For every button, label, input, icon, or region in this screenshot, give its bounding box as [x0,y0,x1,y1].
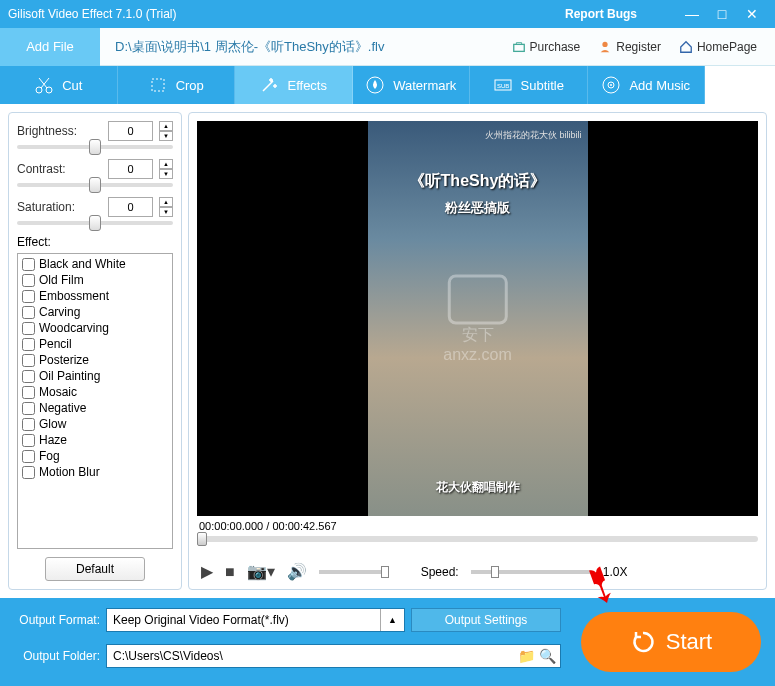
effect-item[interactable]: Black and White [20,256,170,272]
tabs-bar: Cut Crop Effects Watermark SUB Subtitle … [0,66,775,104]
effect-item[interactable]: Carving [20,304,170,320]
brightness-slider[interactable] [17,145,173,149]
titlebar: Gilisoft Video Effect 7.1.0 (Trial) Repo… [0,0,775,28]
stop-button[interactable]: ■ [225,563,235,581]
output-folder-input[interactable]: C:\Users\CS\Videos\ 📁 🔍 [106,644,561,668]
tab-effects[interactable]: Effects [235,66,353,104]
maximize-button[interactable]: □ [707,6,737,22]
effect-item[interactable]: Woodcarving [20,320,170,336]
effect-checkbox[interactable] [22,418,35,431]
effect-item[interactable]: Mosaic [20,384,170,400]
effects-panel: Brightness: ▲▼ Contrast: ▲▼ Saturation: … [8,112,182,590]
tab-subtitle[interactable]: SUB Subtitle [470,66,588,104]
effect-name: Pencil [39,337,72,351]
register-link[interactable]: Register [598,40,661,54]
output-format-select[interactable]: Keep Original Video Format(*.flv) ▲ [106,608,405,632]
effect-name: Fog [39,449,60,463]
effect-item[interactable]: Haze [20,432,170,448]
effect-checkbox[interactable] [22,290,35,303]
saturation-label: Saturation: [17,200,102,214]
dropdown-icon: ▲ [380,609,404,631]
effect-checkbox[interactable] [22,386,35,399]
music-icon [601,75,621,95]
contrast-up[interactable]: ▲ [159,159,173,169]
volume-slider[interactable] [319,570,389,574]
output-folder-label: Output Folder: [14,649,100,663]
volume-icon[interactable]: 🔊 [287,562,307,581]
watermark-overlay: 安下 anxz.com [443,274,511,363]
brightness-input[interactable] [108,121,153,141]
video-overlay-subtitle: 粉丝恶搞版 [368,199,588,217]
saturation-down[interactable]: ▼ [159,207,173,217]
svg-rect-4 [152,79,164,91]
add-file-button[interactable]: Add File [0,28,100,66]
effect-item[interactable]: Glow [20,416,170,432]
minimize-button[interactable]: — [677,6,707,22]
contrast-down[interactable]: ▼ [159,169,173,179]
effect-checkbox[interactable] [22,450,35,463]
tab-add-music[interactable]: Add Music [588,66,706,104]
effect-checkbox[interactable] [22,338,35,351]
homepage-link[interactable]: HomePage [679,40,757,54]
video-source-text: 火州指花的花大伙 bilibili [485,129,582,142]
video-preview: 火州指花的花大伙 bilibili 《听TheShy的话》 粉丝恶搞版 安下 a… [197,121,758,516]
contrast-slider[interactable] [17,183,173,187]
tab-empty [705,66,775,104]
effect-name: Woodcarving [39,321,109,335]
effect-item[interactable]: Oil Painting [20,368,170,384]
scissors-icon [34,75,54,95]
brightness-label: Brightness: [17,124,102,138]
purchase-link[interactable]: Purchase [512,40,581,54]
effect-name: Negative [39,401,86,415]
speed-label: Speed: [421,565,459,579]
close-button[interactable]: ✕ [737,6,767,22]
effect-item[interactable]: Negative [20,400,170,416]
crop-icon [148,75,168,95]
effect-name: Embossment [39,289,109,303]
saturation-input[interactable] [108,197,153,217]
effect-name: Old Film [39,273,84,287]
tab-cut[interactable]: Cut [0,66,118,104]
contrast-input[interactable] [108,159,153,179]
effect-list[interactable]: Black and WhiteOld FilmEmbossmentCarving… [17,253,173,549]
effect-checkbox[interactable] [22,258,35,271]
folder-icon[interactable]: 📁 [518,648,535,664]
effect-checkbox[interactable] [22,402,35,415]
video-overlay-credit: 花大伙翻唱制作 [368,479,588,496]
brightness-up[interactable]: ▲ [159,121,173,131]
effect-item[interactable]: Motion Blur [20,464,170,480]
search-icon[interactable]: 🔍 [539,648,556,664]
saturation-up[interactable]: ▲ [159,197,173,207]
effect-name: Posterize [39,353,89,367]
home-icon [679,40,693,54]
video-overlay-title: 《听TheShy的话》 [368,171,588,192]
brightness-down[interactable]: ▼ [159,131,173,141]
effect-item[interactable]: Posterize [20,352,170,368]
tab-crop[interactable]: Crop [118,66,236,104]
play-button[interactable]: ▶ [201,562,213,581]
tab-watermark[interactable]: Watermark [353,66,471,104]
effect-checkbox[interactable] [22,322,35,335]
output-settings-button[interactable]: Output Settings [411,608,561,632]
effect-checkbox[interactable] [22,370,35,383]
effect-checkbox[interactable] [22,434,35,447]
speed-slider[interactable] [471,570,591,574]
file-path-display: D:\桌面\说明书\1 周杰伦-《听TheShy的话》.flv [100,38,512,56]
effect-checkbox[interactable] [22,466,35,479]
saturation-slider[interactable] [17,221,173,225]
effect-checkbox[interactable] [22,306,35,319]
effect-item[interactable]: Fog [20,448,170,464]
effect-item[interactable]: Old Film [20,272,170,288]
effect-name: Mosaic [39,385,77,399]
default-button[interactable]: Default [45,557,145,581]
snapshot-button[interactable]: 📷▾ [247,562,275,581]
svg-rect-0 [513,44,524,51]
report-bugs-link[interactable]: Report Bugs [565,7,637,21]
effect-checkbox[interactable] [22,354,35,367]
effect-name: Black and White [39,257,126,271]
effect-item[interactable]: Embossment [20,288,170,304]
effect-item[interactable]: Pencil [20,336,170,352]
effect-checkbox[interactable] [22,274,35,287]
start-button[interactable]: Start [581,612,761,672]
progress-slider[interactable] [197,536,758,542]
